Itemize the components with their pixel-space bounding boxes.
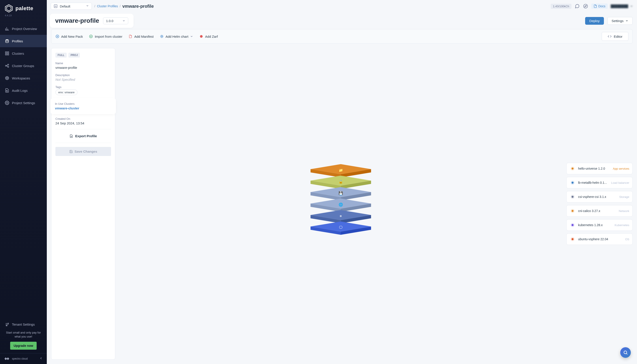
sidebar-item-project-overview[interactable]: Project Overview bbox=[0, 22, 47, 35]
sidebar-item-audit-logs[interactable]: Audit Logs bbox=[0, 84, 47, 97]
grid-icon bbox=[5, 51, 9, 56]
svg-point-45 bbox=[571, 182, 573, 184]
help-fab[interactable] bbox=[620, 347, 631, 358]
target-icon bbox=[5, 76, 9, 80]
export-profile-button[interactable]: Export Profile bbox=[56, 133, 111, 139]
collapse-sidebar-icon[interactable] bbox=[39, 356, 43, 361]
pack-icon bbox=[570, 222, 575, 228]
sidebar-item-tenant-settings[interactable]: Tenant Settings bbox=[4, 318, 43, 331]
chevron-down-icon bbox=[86, 4, 89, 8]
layer-icon: 💾 bbox=[339, 191, 343, 195]
add-pack-button[interactable]: Add New Pack bbox=[56, 34, 83, 38]
svg-point-49 bbox=[571, 210, 573, 212]
sidebar-item-profiles[interactable]: Profiles bbox=[0, 35, 47, 47]
file-search-icon bbox=[5, 88, 9, 93]
svg-point-53 bbox=[571, 238, 573, 240]
footer-brand: spectro cloud bbox=[4, 357, 28, 360]
pack-icon bbox=[570, 166, 575, 172]
sidebar-item-clusters[interactable]: Clusters bbox=[0, 47, 47, 60]
stack-visualization: 📁 🔒 💾 🌐 ⎈ 🖵 bbox=[121, 48, 561, 360]
compass-icon[interactable] bbox=[583, 4, 588, 9]
settings-button[interactable]: Settings bbox=[607, 17, 632, 25]
created-label: Created On bbox=[56, 117, 111, 120]
chevron-down-icon bbox=[122, 19, 125, 22]
deploy-button[interactable]: Deploy bbox=[585, 17, 604, 25]
chart-bar-icon bbox=[5, 26, 9, 31]
editor-button[interactable]: Editor bbox=[602, 32, 628, 41]
chat-icon[interactable] bbox=[574, 4, 580, 9]
layer-icon: 🌐 bbox=[339, 202, 343, 207]
docs-button[interactable]: Docs bbox=[591, 4, 608, 9]
sliders-icon bbox=[5, 322, 9, 327]
pack-row[interactable]: csi-vsphere-csi 3.1.x Storage bbox=[566, 191, 632, 202]
main-area: Default / Cluster Profiles / vmware-prof… bbox=[47, 0, 637, 364]
chevron-down-icon bbox=[190, 35, 193, 38]
svg-point-9 bbox=[8, 66, 9, 68]
tenant-settings-label: Tenant Settings bbox=[12, 322, 35, 326]
user-menu[interactable]: ████████ bbox=[611, 4, 633, 8]
description-label: Description bbox=[56, 74, 111, 77]
pack-type: App services bbox=[613, 167, 629, 170]
in-use-clusters: In Use Clusters vmware-cluster bbox=[52, 99, 115, 113]
pack-type: Network bbox=[619, 209, 629, 213]
pack-type: Kubernetes bbox=[615, 224, 629, 227]
breadcrumb-link-cluster-profiles[interactable]: Cluster Profiles bbox=[97, 4, 118, 8]
cluster-link[interactable]: vmware-cluster bbox=[55, 106, 112, 110]
pack-row[interactable]: hello-universe 1.2.0 App services bbox=[566, 163, 632, 174]
upgrade-button[interactable]: Upgrade now bbox=[10, 342, 37, 350]
plus-circle-icon bbox=[56, 34, 59, 38]
sidebar: palette 4.4.19 Project OverviewProfilesC… bbox=[0, 0, 47, 364]
pack-name: csi-vsphere-csi 3.1.x bbox=[578, 195, 616, 198]
svg-marker-1 bbox=[7, 6, 11, 11]
stack-layer[interactable]: 🖵 bbox=[308, 222, 374, 236]
svg-marker-19 bbox=[585, 5, 586, 7]
pack-name: ubuntu-vsphere 22.04 bbox=[578, 237, 622, 241]
spectro-icon bbox=[4, 357, 10, 360]
svg-point-7 bbox=[6, 65, 7, 66]
palette-logo-icon bbox=[5, 4, 13, 13]
zarf-icon bbox=[199, 34, 203, 38]
save-icon bbox=[69, 150, 73, 153]
pack-row[interactable]: kubernetes 1.28.x Kubernetes bbox=[566, 219, 632, 231]
layer-icon: ⎈ bbox=[340, 214, 342, 218]
gear-icon bbox=[5, 100, 9, 105]
tags-label: Tags bbox=[56, 85, 111, 89]
doc-icon bbox=[593, 4, 597, 8]
file-icon bbox=[129, 34, 133, 38]
svg-point-43 bbox=[571, 168, 573, 170]
breadcrumb-current: vmware-profile bbox=[122, 4, 154, 9]
add-manifest-button[interactable]: Add Manifest bbox=[129, 34, 154, 38]
share-icon bbox=[5, 64, 9, 68]
add-zarf-button[interactable]: Add Zarf bbox=[199, 34, 218, 38]
sidebar-item-cluster-groups[interactable]: Cluster Groups bbox=[0, 60, 47, 72]
svg-point-14 bbox=[7, 102, 8, 104]
svg-point-2 bbox=[6, 40, 9, 40]
org-selector[interactable]: Default bbox=[51, 3, 92, 10]
upgrade-text: Start small and only pay for what you us… bbox=[4, 331, 43, 342]
svg-point-23 bbox=[200, 35, 203, 38]
chip-full: FULL bbox=[56, 53, 67, 58]
sidebar-item-workspaces[interactable]: Workspaces bbox=[0, 72, 47, 84]
svg-point-12 bbox=[7, 78, 7, 78]
pack-name: lb-metallb-helm 0.1... bbox=[578, 181, 608, 184]
name-value: vmware-profile bbox=[56, 66, 111, 70]
save-changes-button[interactable]: Save Changes bbox=[56, 147, 111, 156]
svg-point-47 bbox=[571, 196, 573, 198]
pack-row[interactable]: cni-calico 3.27.x Network bbox=[566, 205, 632, 217]
sidebar-item-project-settings[interactable]: Project Settings bbox=[0, 97, 47, 109]
add-helm-button[interactable]: Add Helm chart bbox=[160, 34, 193, 38]
created-value: 24 Sep 2024, 13:54 bbox=[56, 121, 111, 125]
layer-icon: 📁 bbox=[339, 168, 343, 172]
profile-title-block: vmware-profile 1.0.0 bbox=[51, 15, 132, 26]
action-bar: Add New Pack Import from cluster Add Man… bbox=[51, 29, 632, 44]
version-selector[interactable]: 1.0.0 bbox=[103, 18, 128, 24]
import-cluster-button[interactable]: Import from cluster bbox=[89, 34, 122, 38]
pack-icon bbox=[570, 208, 575, 214]
sidebar-nav: Project OverviewProfilesClustersCluster … bbox=[0, 22, 47, 109]
profile-chips: FULL PROJ bbox=[56, 53, 111, 58]
pack-row[interactable]: ubuntu-vsphere 22.04 OS bbox=[566, 234, 632, 245]
pack-row[interactable]: lb-metallb-helm 0.1... Load balancer bbox=[566, 177, 632, 188]
profile-name: vmware-profile bbox=[55, 17, 99, 24]
pack-type: OS bbox=[625, 238, 629, 241]
name-label: Name bbox=[56, 62, 111, 65]
